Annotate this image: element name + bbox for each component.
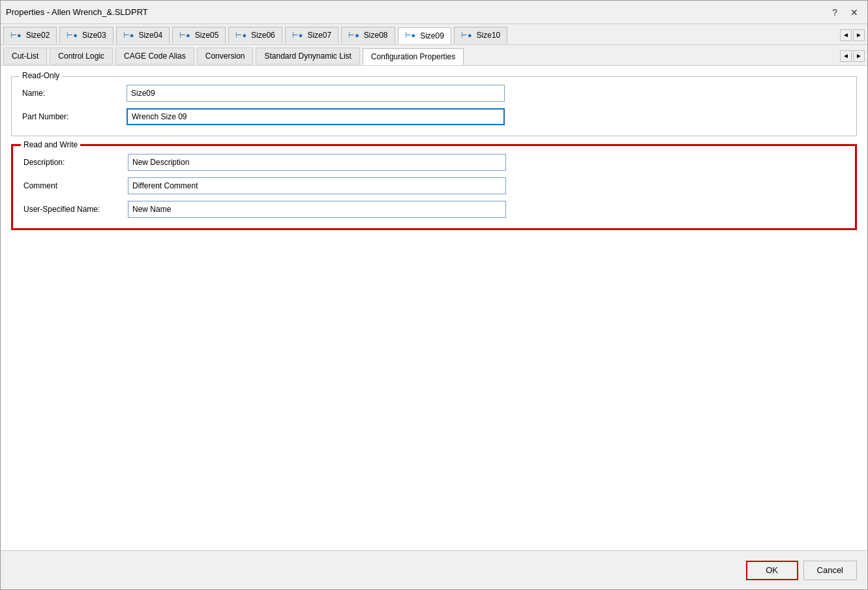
main-tab-cut-list[interactable]: Cut-List [3, 48, 47, 65]
user-specified-name-input[interactable] [128, 201, 506, 218]
size-tab-prev[interactable]: ◄ [840, 29, 852, 41]
main-tab-configuration-properties[interactable]: Configuration Properties [363, 48, 464, 65]
read-only-section: Read-Only Name: Part Number: [11, 76, 857, 136]
size-tab-size06[interactable]: ⊢●Size06 [228, 27, 282, 44]
main-tab-control-logic[interactable]: Control Logic [50, 48, 113, 65]
size-tab-icon-size09: ⊢● [405, 31, 416, 40]
size-tab-icon-size07: ⊢● [292, 31, 303, 40]
size-tab-icon-size05: ⊢● [179, 31, 190, 40]
size-tab-icon-size06: ⊢● [235, 31, 247, 40]
comment-label: Comment [23, 181, 128, 190]
part-number-row: Part Number: [22, 108, 846, 125]
bottom-bar: OK Cancel [1, 550, 867, 589]
size-tab-icon-size08: ⊢● [348, 31, 359, 40]
size-tab-size07[interactable]: ⊢●Size07 [285, 27, 338, 44]
description-label: Description: [23, 158, 128, 167]
title-bar: Properties - Allen Wrench_&.SLDPRT ? ✕ [1, 1, 867, 24]
description-input[interactable] [128, 154, 506, 171]
main-tabs-row: Cut-ListControl LogicCAGE Code AliasConv… [1, 45, 867, 66]
close-button[interactable]: ✕ [846, 6, 862, 19]
size-tabs-row: ⊢●Size02⊢●Size03⊢●Size04⊢●Size05⊢●Size06… [1, 24, 867, 45]
name-input[interactable] [127, 85, 505, 102]
main-tab-next[interactable]: ► [853, 50, 865, 62]
user-specified-name-label: User-Specified Name: [23, 205, 128, 214]
size-tab-icon-size10: ⊢● [461, 31, 472, 40]
size-tab-size05[interactable]: ⊢●Size05 [172, 27, 226, 44]
content-area: Read-Only Name: Part Number: Read and Wr… [1, 66, 867, 550]
title-bar-controls: ? ✕ [828, 6, 862, 19]
user-specified-name-row: User-Specified Name: [23, 201, 845, 218]
size-tab-icon-size02: ⊢● [10, 31, 22, 40]
main-tab-prev[interactable]: ◄ [840, 50, 852, 62]
size-tab-size08[interactable]: ⊢●Size08 [341, 27, 395, 44]
size-tab-size10[interactable]: ⊢●Size10 [454, 27, 507, 44]
size-tab-icon-size04: ⊢● [123, 31, 134, 40]
main-tab-nav: ◄ ► [840, 50, 865, 62]
size-tab-size03[interactable]: ⊢●Size03 [59, 27, 113, 44]
read-write-legend: Read and Write [21, 140, 80, 149]
main-tab-standard-dynynamic-list[interactable]: Standard Dynynamic List [256, 48, 359, 65]
size-tab-next[interactable]: ► [853, 29, 865, 41]
description-row: Description: [23, 154, 845, 171]
main-tab-conversion[interactable]: Conversion [197, 48, 254, 65]
size-tab-icon-size03: ⊢● [67, 31, 78, 40]
size-tab-size02[interactable]: ⊢●Size02 [3, 27, 57, 44]
cancel-button[interactable]: Cancel [803, 561, 857, 580]
size-tab-size04[interactable]: ⊢●Size04 [116, 27, 170, 44]
name-row: Name: [22, 85, 846, 102]
read-write-section: Read and Write Description: Comment User… [11, 144, 857, 230]
ok-button[interactable]: OK [746, 561, 798, 580]
part-number-label: Part Number: [22, 112, 127, 121]
comment-input[interactable] [128, 177, 506, 194]
main-tabs-container: Cut-ListControl LogicCAGE Code AliasConv… [3, 48, 840, 65]
size-tab-size09[interactable]: ⊢●Size09 [398, 27, 451, 44]
dialog-window: Properties - Allen Wrench_&.SLDPRT ? ✕ ⊢… [0, 0, 868, 590]
part-number-input[interactable] [127, 108, 505, 125]
main-tab-cage-code-alias[interactable]: CAGE Code Alias [115, 48, 194, 65]
size-tab-nav: ◄ ► [840, 29, 865, 41]
read-only-legend: Read-Only [20, 71, 62, 80]
dialog-title: Properties - Allen Wrench_&.SLDPRT [6, 7, 148, 17]
name-label: Name: [22, 89, 127, 98]
comment-row: Comment [23, 177, 845, 194]
help-button[interactable]: ? [828, 6, 841, 19]
size-tabs-container: ⊢●Size02⊢●Size03⊢●Size04⊢●Size05⊢●Size06… [3, 27, 840, 44]
